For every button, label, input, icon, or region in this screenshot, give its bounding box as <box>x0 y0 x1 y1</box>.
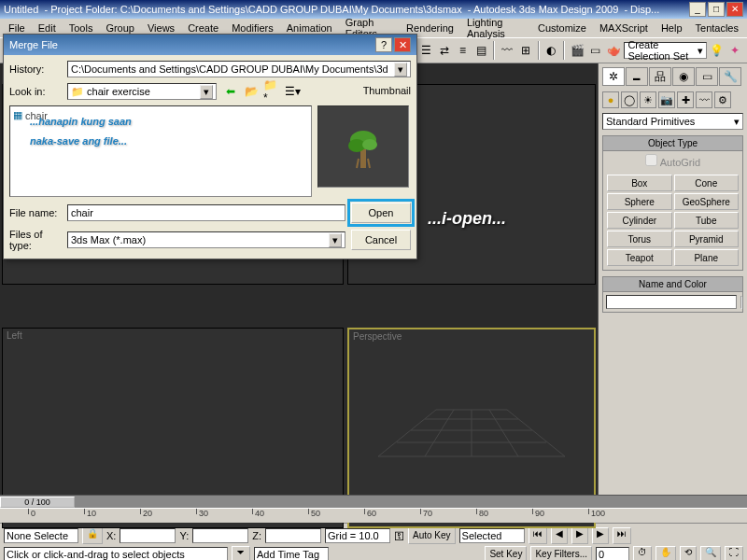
utilities-tab-icon[interactable]: 🔧 <box>719 67 741 86</box>
z-input[interactable] <box>265 528 321 543</box>
time-handle[interactable]: 0 / 100 <box>0 497 75 508</box>
nselect-icon[interactable]: ☰ <box>417 40 434 61</box>
prim-cone-button[interactable]: Cone <box>674 175 740 191</box>
prim-cylinder-button[interactable]: Cylinder <box>607 212 672 229</box>
motion-tab-icon[interactable]: ◉ <box>672 67 695 86</box>
cameras-icon[interactable]: 📷 <box>658 91 675 108</box>
play-icon[interactable]: ▶ <box>571 527 588 544</box>
prim-sphere-button[interactable]: Sphere <box>607 193 672 210</box>
align-icon[interactable]: ≡ <box>455 40 472 61</box>
help-icon[interactable]: ✦ <box>726 40 743 61</box>
spacewarps-icon[interactable]: 〰 <box>696 91 712 108</box>
app-name: - Autodesk 3ds Max Design 2009 <box>468 4 618 15</box>
nav-arc-icon[interactable]: ⟲ <box>680 546 697 561</box>
material-icon[interactable]: ◐ <box>543 40 560 61</box>
nav-max-icon[interactable]: ⛶ <box>725 546 743 561</box>
svg-line-8 <box>489 410 518 456</box>
display-tab-icon[interactable]: ▭ <box>696 67 718 86</box>
y-input[interactable] <box>192 528 248 543</box>
new-folder-icon[interactable]: 📁* <box>263 83 280 100</box>
time-tag-icon[interactable]: ⏷ <box>232 546 250 561</box>
time-slider[interactable]: 0 / 100 <box>0 495 747 508</box>
filename-label: File name: <box>9 207 62 218</box>
light-lister-icon[interactable]: 💡 <box>709 40 726 61</box>
panel-tabs: ✲ 🗕 品 ◉ ▭ 🔧 <box>602 67 743 86</box>
menu-lighting[interactable]: Lighting Analysis <box>462 15 529 41</box>
menu-help[interactable]: Help <box>656 21 687 35</box>
lights-icon[interactable]: ☀ <box>640 91 656 108</box>
selected-dropdown[interactable]: Selected <box>459 528 525 543</box>
primitive-category-dropdown[interactable]: Standard Primitives▾ <box>602 113 743 130</box>
render-icon[interactable]: 🫖 <box>606 40 623 61</box>
status-prompt: Click or click-and-drag to select object… <box>4 547 228 561</box>
perspective-grid-icon <box>359 363 584 494</box>
autokey-button[interactable]: Auto Key <box>408 527 456 544</box>
dialog-titlebar[interactable]: Merge File ? ✕ <box>4 35 416 55</box>
prim-box-button[interactable]: Box <box>607 175 672 191</box>
prim-geosphere-button[interactable]: GeoSphere <box>674 193 740 210</box>
close-button[interactable]: ✕ <box>726 2 743 17</box>
filename-input[interactable]: chair <box>67 204 345 221</box>
layers-icon[interactable]: ▤ <box>472 40 489 61</box>
menu-tentacles[interactable]: Tentacles <box>691 21 743 35</box>
nav-pan-icon[interactable]: ✋ <box>655 546 676 561</box>
next-frame-icon[interactable]: ▶ <box>592 527 609 544</box>
menu-maxscript[interactable]: MAXScript <box>595 21 653 35</box>
create-tab-icon[interactable]: ✲ <box>602 67 625 86</box>
open-button[interactable]: Open <box>351 203 411 223</box>
time-ruler[interactable]: 0 10 20 30 40 50 60 70 80 90 100 <box>0 508 747 523</box>
x-input[interactable] <box>120 528 176 543</box>
dialog-help-icon[interactable]: ? <box>375 37 392 52</box>
keyfilters-button[interactable]: Key Filters... <box>530 546 592 561</box>
command-panel: ✲ 🗕 品 ◉ ▭ 🔧 ● ◯ ☀ 📷 ✚ 〰 ⚙ Standard Primi… <box>598 63 747 495</box>
svg-line-5 <box>378 410 436 456</box>
prim-pyramid-button[interactable]: Pyramid <box>674 231 740 247</box>
key-icon: ⚿ <box>394 530 404 541</box>
shapes-icon[interactable]: ◯ <box>621 91 638 108</box>
menu-customize[interactable]: Customize <box>533 21 591 35</box>
render-setup-icon[interactable]: 🎬 <box>569 40 585 61</box>
up-folder-icon[interactable]: 📂 <box>243 83 260 100</box>
modify-tab-icon[interactable]: 🗕 <box>626 67 648 86</box>
max-file-icon: ▦ <box>13 109 22 121</box>
maximize-button[interactable]: □ <box>708 2 725 17</box>
schematic-icon[interactable]: ⊞ <box>517 40 534 61</box>
view-menu-icon[interactable]: ☰▾ <box>284 83 301 100</box>
hierarchy-tab-icon[interactable]: 品 <box>649 67 671 86</box>
prim-tube-button[interactable]: Tube <box>674 212 740 229</box>
geometry-icon[interactable]: ● <box>602 91 619 108</box>
curve-editor-icon[interactable]: 〰 <box>499 40 515 61</box>
prev-frame-icon[interactable]: ◀ <box>551 527 568 544</box>
helpers-icon[interactable]: ✚ <box>677 91 694 108</box>
lock-icon[interactable]: 🔒 <box>82 527 103 544</box>
prim-torus-button[interactable]: Torus <box>607 231 672 247</box>
selection-set-dropdown[interactable]: Create Selection Set▾ <box>624 42 706 59</box>
nav-zoom-icon[interactable]: 🔍 <box>700 546 721 561</box>
prim-plane-button[interactable]: Plane <box>674 249 740 266</box>
mirror-icon[interactable]: ⇄ <box>436 40 453 61</box>
annotation-2: ...i-open... <box>428 209 506 229</box>
add-time-tag[interactable]: Add Time Tag <box>254 547 329 561</box>
goto-end-icon[interactable]: ⏭ <box>613 527 631 544</box>
prim-teapot-button[interactable]: Teapot <box>607 249 672 266</box>
object-name-input[interactable] <box>606 295 737 309</box>
svg-line-11 <box>357 159 359 168</box>
render-frame-icon[interactable]: ▭ <box>587 40 604 61</box>
cancel-button[interactable]: Cancel <box>351 230 411 250</box>
frame-input[interactable]: 0 <box>596 547 629 561</box>
minimize-button[interactable]: _ <box>689 2 706 17</box>
goto-start-icon[interactable]: ⏮ <box>529 527 547 544</box>
dialog-close-icon[interactable]: ✕ <box>394 37 411 52</box>
annotation-1: ...hanapin kung saannaka-save ang file..… <box>30 110 132 149</box>
svg-line-12 <box>368 159 370 168</box>
color-swatch[interactable] <box>740 296 742 309</box>
lookin-dropdown[interactable]: 📁 chair exercise▾ <box>67 83 217 100</box>
systems-icon[interactable]: ⚙ <box>714 91 731 108</box>
back-icon[interactable]: ⬅ <box>222 83 239 100</box>
time-config-icon[interactable]: ⏱ <box>633 546 652 561</box>
history-dropdown[interactable]: C:\Documents and Settings\CADD GROUP DUB… <box>67 61 411 77</box>
svg-rect-10 <box>360 149 366 168</box>
filetype-dropdown[interactable]: 3ds Max (*.max)▾ <box>67 231 345 248</box>
autogrid-checkbox[interactable] <box>645 154 657 166</box>
setkey-button[interactable]: Set Key <box>485 546 527 561</box>
